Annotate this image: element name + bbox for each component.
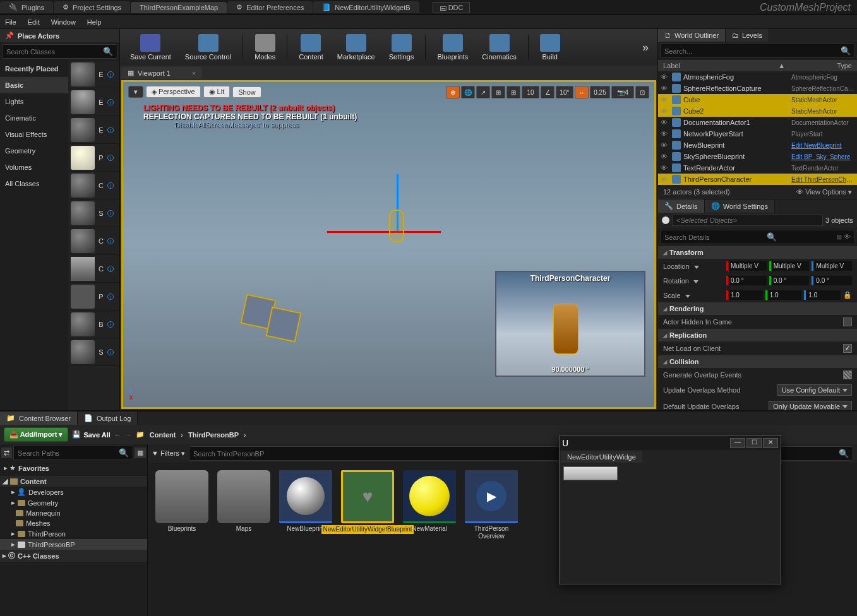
selected-objects-field[interactable]: <Selected Objects> bbox=[672, 215, 823, 226]
visibility-icon[interactable]: 👁 bbox=[661, 164, 669, 172]
visibility-icon[interactable]: 👁 bbox=[661, 130, 669, 138]
ddc-button[interactable]: 🖴 DDC bbox=[433, 2, 470, 13]
minimize-button[interactable]: — bbox=[730, 438, 745, 448]
actor-item[interactable]: Ci bbox=[68, 172, 119, 199]
loc-x[interactable]: Multiple V bbox=[726, 261, 767, 271]
tab-world-outliner[interactable]: 🗋 World Outliner bbox=[658, 29, 726, 42]
menu-file[interactable]: File bbox=[5, 18, 16, 26]
vp-menu[interactable]: ▾ bbox=[128, 86, 143, 98]
tree-item[interactable]: Meshes bbox=[0, 518, 147, 528]
viewport[interactable]: ▾ ◈ Perspective ◉ Lit Show ⊕ 🌐 ↗ ⊞ ⊞ 10 … bbox=[121, 80, 656, 409]
tb-cinematics[interactable]: Cinematics bbox=[477, 33, 521, 62]
vp-angle-icon[interactable]: ∠ bbox=[541, 86, 554, 98]
details-search[interactable]: Search Details🔍 ⊞ 👁 bbox=[660, 230, 855, 244]
scale-z[interactable]: 1.0 bbox=[804, 290, 841, 300]
scale-y[interactable]: 1.0 bbox=[765, 290, 802, 300]
vp-show[interactable]: Show bbox=[232, 86, 261, 98]
scale-x[interactable]: 1.0 bbox=[726, 290, 763, 300]
outliner-header[interactable]: Label▲Type bbox=[658, 60, 857, 71]
actor-item[interactable]: Pi bbox=[68, 144, 119, 172]
outliner-row[interactable]: 👁TextRenderActorTextRenderActor bbox=[658, 162, 857, 174]
tab-levels[interactable]: 🗂 Levels bbox=[726, 29, 769, 42]
add-import-button[interactable]: 📥 Add/Import ▾ bbox=[4, 427, 68, 442]
update-overlaps-combo[interactable]: Use Config Default bbox=[777, 384, 852, 396]
vp-snap-t[interactable]: 10 bbox=[522, 86, 539, 98]
cat-geometry[interactable]: Geometry bbox=[0, 143, 68, 159]
empty-widget-button[interactable] bbox=[563, 466, 618, 480]
actor-item[interactable]: Bi bbox=[68, 311, 119, 338]
section-transform[interactable]: Transform bbox=[658, 246, 857, 259]
sources-search[interactable]: Search Paths🔍 bbox=[13, 446, 133, 460]
tab-content-browser[interactable]: 📁 Content Browser bbox=[0, 412, 78, 425]
tab-level[interactable]: ThirdPersonExampleMap bbox=[131, 2, 227, 13]
cat-recently-placed[interactable]: Recently Placed bbox=[0, 61, 68, 77]
tree-item[interactable]: ▸ ThirdPerson bbox=[0, 528, 147, 539]
cat-volumes[interactable]: Volumes bbox=[0, 159, 68, 175]
tb-settings[interactable]: Settings bbox=[384, 33, 419, 62]
filters-button[interactable]: ▼ Filters ▾ bbox=[152, 449, 185, 458]
vp-maximize[interactable]: ⊡ bbox=[635, 86, 649, 98]
place-actors-search[interactable]: Search Classes🔍 bbox=[2, 44, 117, 59]
tb-source-control[interactable]: Source Control bbox=[180, 33, 236, 62]
asset-neweditorutilitywidgetblueprint[interactable]: ♥NewEditorUtilityWidgetBlueprint bbox=[341, 470, 394, 534]
lock-icon[interactable]: ▦ bbox=[135, 447, 146, 458]
cat-lights[interactable]: Lights bbox=[0, 93, 68, 110]
loc-z[interactable]: Multiple V bbox=[812, 261, 852, 271]
actor-type[interactable]: Edit ThirdPersonCharacter bbox=[791, 176, 854, 183]
breadcrumb[interactable]: 📁Content› ThirdPersonBP› bbox=[136, 430, 246, 439]
tb-marketplace[interactable]: Marketplace bbox=[332, 33, 380, 62]
outliner-search[interactable]: Search...🔍 bbox=[660, 44, 855, 58]
nav-back[interactable]: ← bbox=[114, 431, 121, 439]
section-replication[interactable]: Replication bbox=[658, 329, 857, 341]
actor-item[interactable]: Ci bbox=[68, 255, 119, 283]
section-collision[interactable]: Collision bbox=[658, 355, 857, 368]
tab-editor-utility[interactable]: 📘NewEditorUtilityWidgetB bbox=[313, 1, 419, 13]
vp-surface-snap[interactable]: ↗ bbox=[476, 86, 490, 98]
floating-titlebar[interactable]: ᑌ — ☐ ✕ bbox=[560, 436, 781, 450]
rot-y[interactable]: 0.0 ° bbox=[769, 276, 810, 285]
cat-cinematic[interactable]: Cinematic bbox=[0, 110, 68, 126]
vp-lit[interactable]: ◉ Lit bbox=[203, 86, 231, 98]
asset-maps[interactable]: Maps bbox=[217, 470, 270, 533]
tree-cpp[interactable]: ▸ ⓒ C++ Classes bbox=[0, 550, 147, 562]
tree-content[interactable]: ◢ Content bbox=[0, 476, 147, 487]
vp-coord-space[interactable]: 🌐 bbox=[461, 86, 475, 98]
actor-item[interactable]: Ei bbox=[68, 61, 119, 88]
tree-item[interactable]: ▸ Geometry bbox=[0, 497, 147, 508]
tb-blueprints[interactable]: Blueprints bbox=[432, 33, 473, 62]
actor-item[interactable]: Pi bbox=[68, 283, 119, 311]
visibility-icon[interactable]: 👁 bbox=[661, 175, 669, 183]
viewport-tab[interactable]: ▦ Viewport 1 × bbox=[121, 67, 202, 79]
rot-z[interactable]: 0.0 ° bbox=[812, 276, 852, 285]
vp-cam-speed[interactable]: 📷 4 bbox=[611, 86, 634, 98]
tb-save-current[interactable]: Save Current bbox=[125, 33, 176, 62]
vp-snap-r[interactable]: 10° bbox=[556, 86, 573, 98]
loc-y[interactable]: Multiple V bbox=[769, 261, 810, 271]
lock-icon[interactable]: 🔒 bbox=[843, 291, 852, 299]
visibility-icon[interactable]: 👁 bbox=[661, 107, 669, 115]
tree-item[interactable]: ▸ 👤 Developers bbox=[0, 487, 147, 497]
actor-item[interactable]: Ci bbox=[68, 227, 119, 255]
actor-item[interactable]: Si bbox=[68, 199, 119, 227]
vp-grid-snap[interactable]: ⊞ bbox=[491, 86, 505, 98]
visibility-icon[interactable]: 👁 bbox=[661, 85, 669, 92]
vp-snap-s[interactable]: 0.25 bbox=[590, 86, 610, 98]
actor-item[interactable]: Si bbox=[68, 338, 119, 366]
rot-x[interactable]: 0.0 ° bbox=[726, 276, 767, 285]
menu-help[interactable]: Help bbox=[87, 18, 102, 26]
actor-type[interactable]: Edit BP_Sky_Sphere bbox=[791, 153, 854, 160]
menu-edit[interactable]: Edit bbox=[28, 18, 40, 26]
tree-item[interactable]: Mannequin bbox=[0, 508, 147, 518]
tab-editor-prefs[interactable]: ⚙Editor Preferences bbox=[227, 1, 313, 13]
actor-item[interactable]: Ei bbox=[68, 116, 119, 144]
floating-window[interactable]: ᑌ — ☐ ✕ NewEditorUtilityWidge bbox=[559, 435, 781, 584]
favorites-header[interactable]: ▸ ★ Favorites bbox=[0, 461, 147, 475]
maximize-button[interactable]: ☐ bbox=[746, 438, 762, 448]
visibility-icon[interactable]: 👁 bbox=[661, 73, 669, 81]
outliner-row[interactable]: 👁AtmosphericFogAtmosphericFog bbox=[658, 71, 857, 83]
scene-cube[interactable] bbox=[266, 307, 302, 343]
outliner-row[interactable]: 👁SkySphereBlueprintEdit BP_Sky_Sphere bbox=[658, 151, 857, 162]
menu-window[interactable]: Window bbox=[51, 18, 76, 26]
tab-details[interactable]: 🔧 Details bbox=[658, 199, 705, 213]
tab-plugins[interactable]: 🔌Plugins bbox=[0, 1, 53, 13]
